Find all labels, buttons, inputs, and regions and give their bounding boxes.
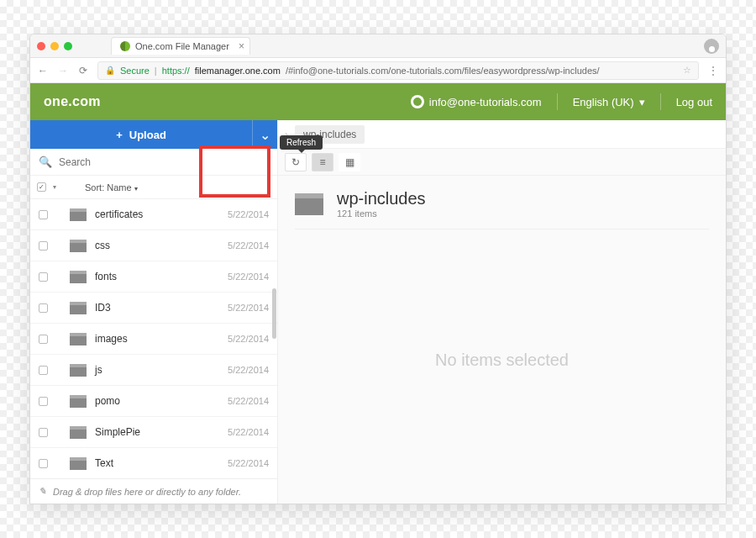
scrollbar-thumb[interactable] xyxy=(272,288,276,339)
logout-label: Log out xyxy=(676,96,712,108)
row-checkbox[interactable] xyxy=(39,303,48,313)
refresh-tooltip: Refresh xyxy=(280,135,323,150)
chevron-down-icon: ▾ xyxy=(134,185,138,193)
account-menu[interactable]: info@one-tutorials.com xyxy=(411,95,542,108)
file-list: certificates5/22/2014css5/22/2014fonts5/… xyxy=(30,199,277,478)
row-checkbox[interactable] xyxy=(39,428,48,437)
browser-address-bar: ← → ⟳ 🔒 Secure | https://filemanager.one… xyxy=(30,58,726,83)
file-name: images xyxy=(95,333,128,345)
file-date: 5/22/2014 xyxy=(228,427,269,437)
file-date: 5/22/2014 xyxy=(228,396,269,406)
file-date: 5/22/2014 xyxy=(228,209,269,219)
list-item[interactable]: js5/22/2014 xyxy=(30,355,277,386)
folder-icon xyxy=(70,457,87,470)
chevron-down-icon[interactable]: ▾ xyxy=(53,183,56,191)
folder-icon xyxy=(70,240,87,252)
window-close-dot[interactable] xyxy=(37,42,45,50)
list-item[interactable]: pomo5/22/2014 xyxy=(30,386,277,417)
sidebar: + Upload ⌄ 🔍 ✓ ▾ Sort: Name ▾ certificat… xyxy=(30,120,278,504)
folder-icon xyxy=(70,208,87,221)
folder-icon xyxy=(70,333,87,345)
list-item[interactable]: SimplePie5/22/2014 xyxy=(30,417,277,448)
favicon-icon xyxy=(120,41,130,51)
nav-forward-icon[interactable]: → xyxy=(57,65,69,76)
list-item[interactable]: ID35/22/2014 xyxy=(30,293,277,324)
list-item[interactable]: Text5/22/2014 xyxy=(30,448,277,478)
pencil-icon: ✎ xyxy=(39,486,46,497)
sort-menu[interactable]: Sort: Name ▾ xyxy=(85,182,138,193)
file-name: SimplePie xyxy=(95,426,140,438)
divider xyxy=(660,93,661,110)
select-all-checkbox[interactable]: ✓ xyxy=(37,182,46,192)
search-icon: 🔍 xyxy=(39,156,52,168)
list-item[interactable]: images5/22/2014 xyxy=(30,324,277,355)
nav-back-icon[interactable]: ← xyxy=(37,65,49,76)
file-name: css xyxy=(95,240,110,251)
file-date: 5/22/2014 xyxy=(228,365,269,375)
folder-icon xyxy=(70,395,87,408)
account-email: info@one-tutorials.com xyxy=(429,96,542,108)
browser-tab-bar: One.com File Manager × xyxy=(30,34,726,58)
logout-link[interactable]: Log out xyxy=(676,96,712,108)
language-menu[interactable]: English (UK) ▾ xyxy=(573,96,645,108)
row-checkbox[interactable] xyxy=(39,210,48,219)
folder-icon xyxy=(70,271,87,283)
file-name: Text xyxy=(95,457,113,469)
row-checkbox[interactable] xyxy=(39,366,48,375)
upload-options-button[interactable]: ⌄ xyxy=(252,120,277,149)
row-checkbox[interactable] xyxy=(39,272,48,282)
list-view-button[interactable]: ≡ xyxy=(312,153,333,171)
file-name: pomo xyxy=(95,395,120,407)
tab-close-icon[interactable]: × xyxy=(239,40,244,52)
drag-drop-hint: ✎ Drag & drop files here or directly to … xyxy=(30,478,277,504)
profile-avatar-icon[interactable] xyxy=(704,39,719,54)
file-date: 5/22/2014 xyxy=(228,240,269,251)
app-header: one.com info@one-tutorials.com English (… xyxy=(30,83,726,120)
folder-icon xyxy=(295,193,323,215)
upload-label: Upload xyxy=(129,129,166,141)
drag-hint-text: Drag & drop files here or directly to an… xyxy=(53,487,241,497)
language-label: English (UK) xyxy=(573,96,634,108)
file-name: js xyxy=(95,364,102,376)
list-item[interactable]: fonts5/22/2014 xyxy=(30,261,277,293)
file-date: 5/22/2014 xyxy=(228,458,269,468)
nav-reload-icon[interactable]: ⟳ xyxy=(77,65,89,76)
file-date: 5/22/2014 xyxy=(228,272,269,282)
detail-subtitle: 121 items xyxy=(337,208,426,219)
folder-icon xyxy=(70,364,87,377)
user-icon xyxy=(411,95,424,108)
window-minimize-dot[interactable] xyxy=(50,42,59,50)
divider xyxy=(557,93,558,110)
chevron-down-icon: ⌄ xyxy=(260,127,270,143)
list-icon: ≡ xyxy=(319,156,325,168)
file-name: ID3 xyxy=(95,302,111,314)
browser-tab[interactable]: One.com File Manager × xyxy=(111,37,250,55)
tab-title: One.com File Manager xyxy=(135,41,229,51)
plus-icon: + xyxy=(116,129,123,141)
bookmark-star-icon[interactable]: ☆ xyxy=(683,65,691,76)
lock-icon: 🔒 xyxy=(105,66,115,75)
chevron-down-icon: ▾ xyxy=(639,96,645,108)
url-domain: filemanager.one.com xyxy=(195,66,281,76)
row-checkbox[interactable] xyxy=(39,459,48,468)
file-date: 5/22/2014 xyxy=(228,334,269,344)
grid-icon: ▦ xyxy=(345,156,354,168)
browser-menu-icon[interactable]: ⋮ xyxy=(707,65,719,76)
refresh-icon: ↻ xyxy=(291,156,300,168)
url-path: /#info@one-tutorials.com/one-tutorials.c… xyxy=(286,66,600,76)
search-input[interactable] xyxy=(59,156,269,168)
file-name: fonts xyxy=(95,271,117,282)
upload-button[interactable]: + Upload xyxy=(30,120,252,149)
row-checkbox[interactable] xyxy=(39,397,48,406)
secure-label: Secure xyxy=(120,66,150,76)
list-item[interactable]: certificates5/22/2014 xyxy=(30,199,277,230)
folder-icon xyxy=(70,426,87,439)
brand-logo: one.com xyxy=(44,94,101,109)
list-item[interactable]: css5/22/2014 xyxy=(30,230,277,261)
empty-state: No items selected xyxy=(295,229,709,490)
row-checkbox[interactable] xyxy=(39,241,48,251)
row-checkbox[interactable] xyxy=(39,335,48,344)
url-field[interactable]: 🔒 Secure | https://filemanager.one.com/#… xyxy=(97,61,699,80)
window-zoom-dot[interactable] xyxy=(64,42,72,50)
grid-view-button[interactable]: ▦ xyxy=(339,153,360,171)
